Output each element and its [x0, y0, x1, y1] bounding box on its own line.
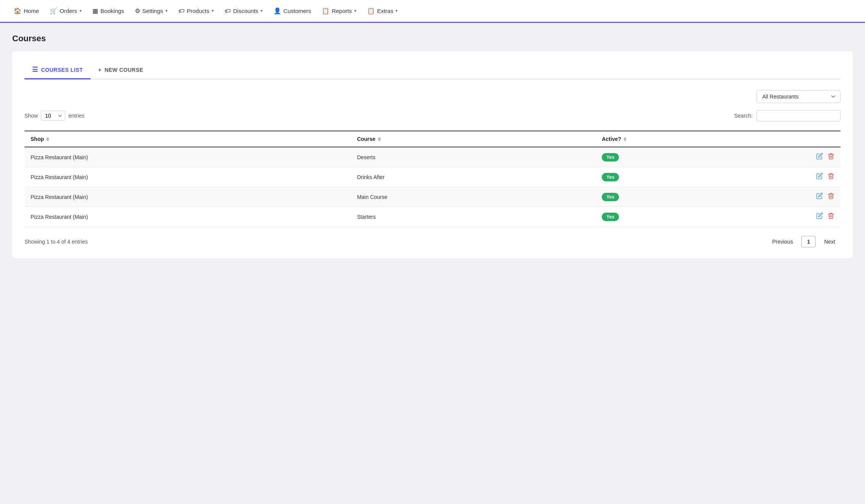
new-course-tab-icon: + — [98, 67, 102, 73]
courses-list-tab-label: COURSES LIST — [41, 67, 83, 73]
entries-label: entries — [68, 113, 84, 119]
extras-arrow-icon: ▾ — [395, 8, 398, 13]
pagination-previous-button[interactable]: Previous — [767, 236, 798, 247]
pagination-controls: Previous 1 Next — [767, 236, 841, 247]
nav-orders[interactable]: 🛒 Orders ▾ — [45, 4, 86, 18]
products-icon: 🏷 — [178, 8, 185, 15]
tabs-bar: ☰ COURSES LIST + NEW COURSE — [24, 62, 841, 79]
extras-icon: 📋 — [367, 7, 375, 15]
nav-settings[interactable]: ⚙ Settings ▾ — [130, 4, 172, 18]
col-course[interactable]: Course — [351, 131, 596, 147]
cell-course: Drinks After — [351, 167, 596, 187]
restaurant-filter-select[interactable]: All Restaurants — [756, 90, 841, 103]
action-icons — [765, 173, 834, 181]
action-icons — [765, 192, 834, 201]
delete-button[interactable] — [828, 153, 834, 162]
orders-icon: 🛒 — [50, 7, 57, 15]
cell-active: Yes — [596, 147, 759, 167]
table-row: Pizza Restaurant (Main) Main Course Yes — [24, 187, 841, 207]
cell-course: Starters — [351, 207, 596, 227]
delete-button[interactable] — [828, 192, 834, 201]
pagination-next-button[interactable]: Next — [819, 236, 841, 247]
col-actions — [759, 131, 841, 147]
settings-arrow-icon: ▾ — [165, 8, 168, 13]
shop-sort-icon — [46, 137, 49, 141]
delete-button[interactable] — [828, 173, 834, 181]
show-entries-control: Show 10 25 50 100 entries — [24, 111, 84, 121]
table-row: Pizza Restaurant (Main) Deserts Yes — [24, 147, 841, 167]
bookings-icon: ▦ — [92, 7, 98, 15]
cell-shop: Pizza Restaurant (Main) — [24, 167, 351, 187]
search-box: Search: — [734, 110, 841, 121]
active-badge: Yes — [602, 173, 619, 181]
pagination-page-1-button[interactable]: 1 — [801, 236, 816, 247]
tab-courses-list[interactable]: ☰ COURSES LIST — [24, 62, 91, 79]
table-row: Pizza Restaurant (Main) Starters Yes — [24, 207, 841, 227]
col-active[interactable]: Active? — [596, 131, 759, 147]
products-arrow-icon: ▾ — [212, 8, 214, 13]
table-header-row: Shop Course — [24, 131, 841, 147]
main-navbar: 🏠 Home 🛒 Orders ▾ ▦ Bookings ⚙ Settings … — [0, 0, 865, 23]
cell-active: Yes — [596, 167, 759, 187]
nav-products[interactable]: 🏷 Products ▾ — [174, 5, 219, 18]
active-badge: Yes — [602, 153, 619, 162]
reports-arrow-icon: ▾ — [354, 8, 356, 13]
cell-actions — [759, 207, 841, 227]
edit-button[interactable] — [816, 212, 823, 221]
customers-icon: 👤 — [274, 7, 281, 15]
cell-course: Deserts — [351, 147, 596, 167]
page-content: Courses ☰ COURSES LIST + NEW COURSE All … — [0, 23, 865, 269]
tab-new-course[interactable]: + NEW COURSE — [91, 63, 151, 79]
active-badge: Yes — [602, 193, 619, 201]
cell-shop: Pizza Restaurant (Main) — [24, 207, 351, 227]
orders-arrow-icon: ▾ — [79, 8, 82, 13]
delete-button[interactable] — [828, 212, 834, 221]
nav-products-label: Products — [187, 8, 209, 14]
courses-table: Shop Course — [24, 131, 841, 227]
col-course-label: Course — [357, 136, 375, 142]
entries-search-row: Show 10 25 50 100 entries Search: — [24, 110, 841, 121]
nav-extras[interactable]: 📋 Extras ▾ — [363, 4, 403, 18]
nav-extras-label: Extras — [377, 8, 394, 14]
nav-discounts[interactable]: 🏷 Discounts ▾ — [220, 5, 267, 18]
nav-bookings-label: Bookings — [100, 8, 124, 14]
cell-active: Yes — [596, 207, 759, 227]
cell-shop: Pizza Restaurant (Main) — [24, 187, 351, 207]
new-course-tab-label: NEW COURSE — [105, 67, 143, 73]
nav-home-label: Home — [24, 8, 39, 14]
cell-shop: Pizza Restaurant (Main) — [24, 147, 351, 167]
col-shop-label: Shop — [31, 136, 44, 142]
cell-active: Yes — [596, 187, 759, 207]
courses-list-tab-icon: ☰ — [32, 66, 38, 74]
cell-actions — [759, 187, 841, 207]
table-row: Pizza Restaurant (Main) Drinks After Yes — [24, 167, 841, 187]
cell-actions — [759, 167, 841, 187]
nav-customers[interactable]: 👤 Customers — [269, 4, 316, 18]
nav-bookings[interactable]: ▦ Bookings — [88, 4, 129, 18]
edit-button[interactable] — [816, 173, 823, 181]
course-sort-icon — [378, 137, 381, 141]
active-sort-icon — [624, 137, 627, 141]
nav-home[interactable]: 🏠 Home — [9, 4, 44, 18]
cell-actions — [759, 147, 841, 167]
main-card: ☰ COURSES LIST + NEW COURSE All Restaura… — [12, 51, 853, 258]
restaurant-filter-row: All Restaurants — [24, 90, 841, 103]
discounts-arrow-icon: ▾ — [261, 8, 263, 13]
nav-customers-label: Customers — [283, 8, 311, 14]
pagination-row: Showing 1 to 4 of 4 entries Previous 1 N… — [24, 236, 841, 247]
nav-discounts-label: Discounts — [233, 8, 258, 14]
nav-reports-label: Reports — [332, 8, 352, 14]
nav-reports[interactable]: 📋 Reports ▾ — [317, 4, 361, 18]
nav-orders-label: Orders — [60, 8, 77, 14]
edit-button[interactable] — [816, 192, 823, 201]
page-title: Courses — [12, 34, 853, 44]
search-input[interactable] — [756, 110, 841, 121]
action-icons — [765, 212, 834, 221]
entries-per-page-select[interactable]: 10 25 50 100 — [41, 111, 65, 121]
edit-button[interactable] — [816, 153, 823, 162]
settings-icon: ⚙ — [135, 7, 140, 15]
pagination-info: Showing 1 to 4 of 4 entries — [24, 239, 88, 245]
nav-settings-label: Settings — [143, 8, 163, 14]
col-shop[interactable]: Shop — [24, 131, 351, 147]
active-badge: Yes — [602, 213, 619, 221]
